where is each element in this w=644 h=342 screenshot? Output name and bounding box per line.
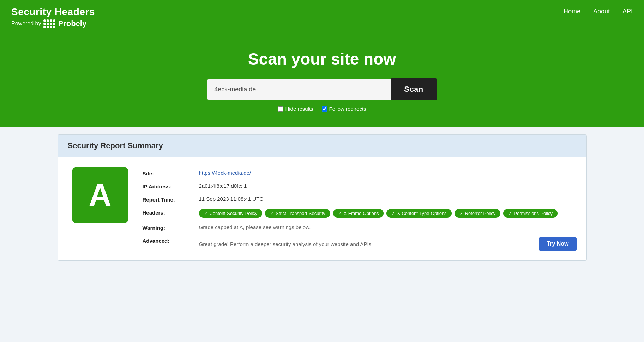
header-badge: ✓Content-Security-Policy <box>199 209 263 218</box>
follow-redirects-label[interactable]: Follow redirects <box>322 106 366 112</box>
nav-about[interactable]: About <box>593 8 610 15</box>
scan-options: Hide results Follow redirects <box>11 106 633 112</box>
follow-redirects-checkbox[interactable] <box>322 106 327 112</box>
brand-probely: Probely <box>58 19 87 28</box>
check-icon: ✓ <box>204 211 208 216</box>
site-link[interactable]: https://4eck-media.de/ <box>199 170 251 176</box>
brand-subtitle: Powered by Probely <box>11 19 95 28</box>
report-time-label: Report Time: <box>143 196 199 203</box>
headers-label: Headers: <box>143 209 199 216</box>
check-icon: ✓ <box>270 211 274 216</box>
report-body: A Site: https://4eck-media.de/ IP Addres… <box>58 157 586 260</box>
header-badge: ✓X-Frame-Options <box>333 209 384 218</box>
scan-input[interactable] <box>207 79 391 100</box>
check-icon: ✓ <box>338 211 342 216</box>
scan-button[interactable]: Scan <box>391 78 437 100</box>
main-nav: Home About API <box>564 8 633 15</box>
ip-value: 2a01:4f8:c17:d0fc::1 <box>199 183 577 189</box>
header-badge: ✓Permissions-Policy <box>503 209 558 218</box>
hide-results-label[interactable]: Hide results <box>278 106 313 112</box>
grade-badge: A <box>72 167 128 223</box>
report-header: Security Report Summary <box>58 135 586 157</box>
report-section: Security Report Summary A Site: https://… <box>58 134 587 261</box>
subtitle-prefix: Powered by <box>11 20 41 27</box>
hero-title: Scan your site now <box>11 49 633 68</box>
nav-home[interactable]: Home <box>564 8 580 15</box>
warning-value: Grade capped at A, please see warnings b… <box>199 224 577 230</box>
header-badge: ✓X-Content-Type-Options <box>386 209 451 218</box>
grade-letter: A <box>89 179 112 211</box>
hero-section: Scan your site now Scan Hide results Fol… <box>0 37 644 127</box>
check-icon: ✓ <box>391 211 395 216</box>
site-value: https://4eck-media.de/ <box>199 170 577 176</box>
hide-results-text: Hide results <box>285 106 313 112</box>
hide-results-checkbox[interactable] <box>278 106 283 112</box>
scan-form: Scan <box>11 78 633 100</box>
header-badge: ✓Referrer-Policy <box>455 209 501 218</box>
check-icon: ✓ <box>459 211 463 216</box>
headers-list: ✓Content-Security-Policy✓Strict-Transpor… <box>199 209 577 218</box>
page-header: Security Headers Powered by Probely Home… <box>0 0 644 37</box>
try-now-button[interactable]: Try Now <box>539 237 576 251</box>
advanced-label: Advanced: <box>143 237 199 244</box>
advanced-row: Great grade! Perform a deeper security a… <box>199 237 577 251</box>
site-label: Site: <box>143 170 199 176</box>
advanced-text: Great grade! Perform a deeper security a… <box>199 241 373 247</box>
header-top: Security Headers Powered by Probely Home… <box>11 6 633 28</box>
header-badge: ✓Strict-Transport-Security <box>265 209 330 218</box>
warning-label: Warning: <box>143 224 199 231</box>
follow-redirects-text: Follow redirects <box>329 106 366 112</box>
brand-block: Security Headers Powered by Probely <box>11 6 95 28</box>
brand-title: Security Headers <box>11 6 95 18</box>
report-details: Site: https://4eck-media.de/ IP Address:… <box>143 167 577 251</box>
probely-logo-dots <box>43 19 55 28</box>
report-header-title: Security Report Summary <box>68 141 163 150</box>
ip-label: IP Address: <box>143 183 199 190</box>
nav-api[interactable]: API <box>622 8 633 15</box>
report-time-value: 11 Sep 2023 11:08:41 UTC <box>199 196 577 202</box>
check-icon: ✓ <box>508 211 512 216</box>
